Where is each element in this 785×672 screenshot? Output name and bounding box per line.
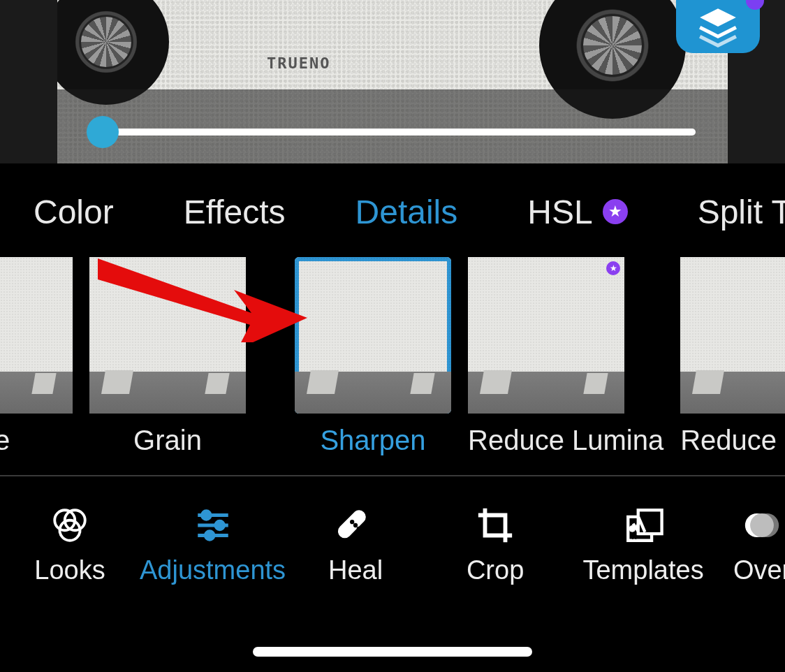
tool-looks[interactable]: Looks xyxy=(0,505,140,585)
intensity-slider-thumb[interactable] xyxy=(87,116,119,148)
tool-label: Heal xyxy=(328,555,383,585)
adjustment-category-tabs: Color Effects Details HSL ★ Split Tone xyxy=(0,180,785,243)
preset-label: Sharpen xyxy=(295,425,451,456)
svg-point-5 xyxy=(202,511,210,519)
layers-badge xyxy=(746,0,764,10)
preset-reduce-luminance[interactable]: ★ Reduce Lumina xyxy=(468,257,663,456)
preset-grain[interactable]: Grain xyxy=(89,257,246,456)
tab-effects[interactable]: Effects xyxy=(184,193,286,231)
crop-icon xyxy=(475,505,515,546)
home-indicator[interactable] xyxy=(253,647,532,657)
svg-point-13 xyxy=(357,526,361,530)
preset-label: Reduce Colo xyxy=(680,425,785,456)
tool-templates[interactable]: Templates xyxy=(573,505,713,585)
preset-reduce-color[interactable]: Reduce Colo xyxy=(680,257,785,456)
tool-adjustments[interactable]: Adjustments xyxy=(140,505,286,585)
svg-point-9 xyxy=(205,531,214,539)
tab-label: HSL xyxy=(527,193,592,231)
tool-label: Over xyxy=(733,555,785,585)
heal-icon xyxy=(335,505,376,546)
tool-label: Crop xyxy=(467,555,524,585)
image-brand-text: TRUENO xyxy=(267,54,330,72)
layers-icon xyxy=(696,5,740,48)
tab-label: Split Tone xyxy=(698,193,785,231)
svg-point-11 xyxy=(350,520,354,524)
tool-overlays[interactable]: Over xyxy=(713,505,785,585)
intensity-slider[interactable] xyxy=(89,129,696,136)
tab-hsl[interactable]: HSL ★ xyxy=(527,193,627,231)
tab-color[interactable]: Color xyxy=(34,193,114,231)
preset-strip[interactable]: de Grain Sharpen ★ Reduce Lumina Reduce … xyxy=(0,257,785,464)
tool-label: Adjustments xyxy=(140,555,286,585)
tool-label: Looks xyxy=(34,555,105,585)
templates-icon xyxy=(623,505,663,546)
bottom-toolbar: Looks Adjustments Heal Crop Templat xyxy=(0,482,785,608)
tab-details[interactable]: Details xyxy=(355,193,458,231)
tab-label: Effects xyxy=(184,193,286,231)
preset-sharpen[interactable]: Sharpen xyxy=(295,257,451,456)
overlays-icon xyxy=(742,505,782,546)
svg-point-15 xyxy=(629,525,636,532)
preset-label: Grain xyxy=(89,425,246,456)
looks-icon xyxy=(50,505,90,546)
svg-point-7 xyxy=(215,521,223,529)
slider-overlay xyxy=(57,89,728,163)
preset-label: de xyxy=(0,425,73,456)
tab-split-tone[interactable]: Split Tone xyxy=(698,193,785,231)
tool-heal[interactable]: Heal xyxy=(286,505,425,585)
toolbar-divider xyxy=(0,475,785,476)
star-icon: ★ xyxy=(603,199,628,224)
preset-label: Reduce Lumina xyxy=(468,425,663,456)
tool-label: Templates xyxy=(582,555,703,585)
adjustments-icon xyxy=(193,505,233,546)
star-icon: ★ xyxy=(606,261,620,275)
tool-crop[interactable]: Crop xyxy=(425,505,565,585)
preset-prev-partial[interactable]: de xyxy=(0,257,73,456)
canvas-area: TRUENO xyxy=(0,0,785,163)
tab-label: Color xyxy=(34,193,114,231)
tab-label: Details xyxy=(355,193,458,231)
svg-point-12 xyxy=(353,523,358,527)
layers-button[interactable] xyxy=(676,0,760,53)
